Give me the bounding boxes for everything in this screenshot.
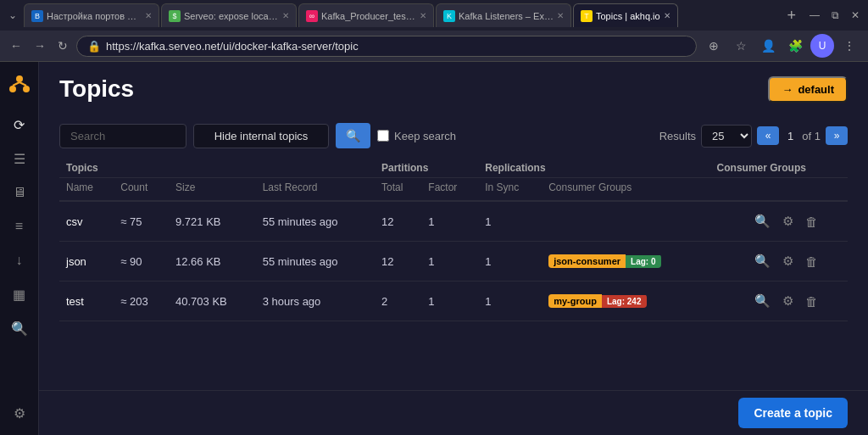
col-actions-2 (828, 178, 848, 202)
minimize-button[interactable]: — (804, 6, 825, 25)
row-settings-button[interactable]: ⚙ (779, 210, 797, 232)
table-body: csv≈ 759.721 KB55 minutes ago1211🔍⚙🗑json… (59, 201, 848, 321)
row-actions: 🔍⚙🗑 (717, 210, 822, 232)
group-header-consumer-groups: Consumer Groups (710, 155, 848, 178)
pagination-prev-button[interactable]: « (757, 126, 779, 145)
topics-table: Topics Partitions Replications Consumer … (39, 155, 868, 390)
cell-factor: 1 (421, 282, 478, 321)
group-header-replications: Replications (478, 155, 709, 178)
badge-lag: Lag: 242 (602, 295, 647, 308)
row-search-button[interactable]: 🔍 (751, 250, 774, 272)
address-bar: ← → ↻ 🔒 https://kafka.serveo.net/ui/dock… (0, 31, 868, 61)
consumer-group-badge[interactable]: json-consumerLag: 0 (548, 254, 660, 268)
search-input[interactable] (59, 124, 186, 148)
svg-point-1 (9, 86, 16, 92)
cell-consumer-groups: json-consumerLag: 0 (542, 242, 709, 282)
col-size: Size (169, 178, 256, 202)
table-row: json≈ 9012.66 KB55 minutes ago1211json-c… (59, 242, 848, 282)
tab-close-tab1[interactable]: ✕ (145, 11, 152, 20)
cell-name: csv (59, 201, 114, 242)
tab-tab3[interactable]: ∞Kafka_Producer_test_dat...✕ (298, 3, 434, 27)
tab-close-tab4[interactable]: ✕ (557, 11, 564, 20)
profile-btn[interactable]: 👤 (756, 34, 780, 58)
row-actions: 🔍⚙🗑 (717, 290, 822, 312)
tab-list-btn[interactable]: ⌄ (3, 6, 22, 25)
tab-tab5[interactable]: TTopics | akhq.io✕ (573, 3, 678, 27)
main-content: Topics → default Hide internal topics 🔍 … (39, 62, 868, 435)
results-section: Results 25 50 100 « 1 of 1 » (659, 125, 848, 148)
cell-factor: 1 (421, 242, 478, 282)
forward-button[interactable]: → (31, 36, 49, 56)
row-delete-button[interactable]: 🗑 (802, 211, 821, 232)
tab-favicon-tab1: B (31, 10, 43, 22)
sidebar-icon-monitor[interactable]: 🖥 (4, 177, 35, 208)
row-delete-button[interactable]: 🗑 (802, 291, 821, 312)
pagination-next-button[interactable]: » (826, 126, 848, 145)
sidebar-icon-list[interactable]: ☰ (4, 143, 35, 174)
page-header: Topics → default (39, 62, 868, 116)
tab-label-tab5: Topics | akhq.io (596, 11, 660, 21)
row-search-button[interactable]: 🔍 (751, 290, 774, 312)
keep-search-label[interactable]: Keep search (377, 130, 456, 142)
translate-btn[interactable]: ⊕ (702, 34, 726, 58)
tab-close-tab3[interactable]: ✕ (420, 11, 426, 20)
cell-actions: 🔍⚙🗑 (710, 201, 829, 242)
cell-in-sync: 1 (478, 282, 542, 321)
close-button[interactable]: ✕ (846, 6, 865, 25)
more-btn[interactable]: ⋮ (837, 34, 861, 58)
cell-consumer-groups (542, 201, 709, 242)
col-actions-1 (710, 178, 829, 202)
download-arrow-icon: ↓ (16, 253, 23, 268)
toolbar: Hide internal topics 🔍 Keep search Resul… (39, 116, 868, 155)
sidebar-icon-settings[interactable]: ⚙ (4, 398, 35, 428)
consumer-group-badge[interactable]: my-groupLag: 242 (548, 294, 646, 308)
tab-tab1[interactable]: BНастройка портов Dock...✕ (24, 3, 159, 27)
sidebar-icon-image[interactable]: ▦ (4, 279, 35, 310)
cell-in-sync: 1 (478, 242, 542, 282)
cell-last-record: 55 minutes ago (256, 242, 375, 282)
row-settings-button[interactable]: ⚙ (779, 250, 797, 272)
cell-total: 2 (375, 282, 421, 321)
maximize-button[interactable]: ⧉ (826, 6, 844, 25)
col-count: Count (114, 178, 169, 202)
new-tab-button[interactable]: + (780, 4, 803, 26)
reload-button[interactable]: ↻ (54, 36, 71, 56)
back-button[interactable]: ← (7, 36, 25, 56)
tab-close-tab5[interactable]: ✕ (664, 11, 670, 20)
tab-label-tab1: Настройка портов Dock... (47, 11, 142, 21)
create-topic-button[interactable]: Create a topic (738, 398, 848, 428)
cell-name: json (59, 242, 114, 282)
keep-search-text: Keep search (394, 130, 456, 142)
tab-tab4[interactable]: KKafka Listeners – Explain...✕ (436, 3, 571, 27)
svg-line-4 (19, 82, 26, 86)
keep-search-checkbox[interactable] (377, 130, 389, 142)
hide-internal-button[interactable]: Hide internal topics (193, 124, 329, 148)
bookmark-btn[interactable]: ☆ (729, 34, 753, 58)
extensions-btn[interactable]: 🧩 (783, 34, 807, 58)
row-delete-button[interactable]: 🗑 (802, 251, 821, 272)
avatar-btn[interactable]: U (810, 34, 834, 58)
results-count-select[interactable]: 25 50 100 (701, 125, 752, 148)
cluster-badge-button[interactable]: → default (768, 76, 848, 103)
cell-actions: 🔍⚙🗑 (710, 282, 829, 321)
row-search-button[interactable]: 🔍 (751, 210, 774, 232)
sidebar-icon-flow[interactable]: ⟳ (4, 109, 35, 140)
cell-count: ≈ 75 (114, 201, 169, 242)
tab-favicon-tab5: T (581, 10, 593, 22)
row-settings-button[interactable]: ⚙ (779, 290, 797, 312)
badge-name: my-group (548, 294, 602, 308)
sidebar-icon-search[interactable]: 🔍 (4, 313, 35, 343)
cell-total: 12 (375, 242, 421, 282)
tab-tab2[interactable]: $Serveo: expose local ser...✕ (161, 3, 297, 27)
cell-in-sync: 1 (478, 201, 542, 242)
cell-count: ≈ 90 (114, 242, 169, 282)
sidebar-icon-download[interactable]: ↓ (4, 245, 35, 276)
tab-favicon-tab4: K (443, 10, 455, 22)
tab-label-tab2: Serveo: expose local ser... (184, 11, 279, 21)
sidebar-icon-lines[interactable]: ≡ (4, 211, 35, 242)
url-field[interactable]: 🔒 https://kafka.serveo.net/ui/docker-kaf… (76, 36, 697, 57)
cell-size: 12.66 KB (169, 242, 256, 282)
tab-close-tab2[interactable]: ✕ (282, 11, 289, 20)
gear-icon: ⚙ (14, 405, 25, 421)
search-submit-button[interactable]: 🔍 (336, 123, 370, 148)
